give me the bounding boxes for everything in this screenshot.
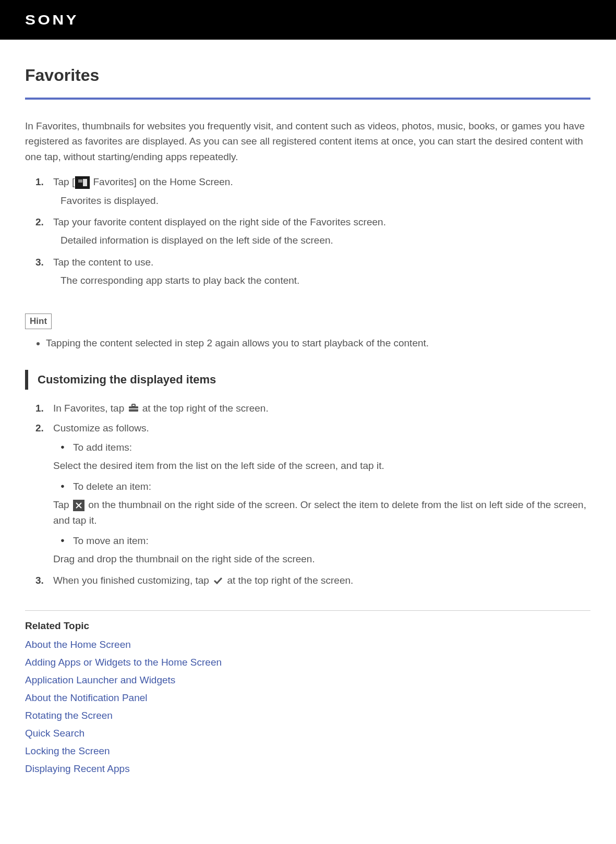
title-divider (25, 98, 590, 100)
related-link-quick-search[interactable]: Quick Search (25, 728, 590, 739)
related-link-adding-apps[interactable]: Adding Apps or Widgets to the Home Scree… (25, 657, 590, 668)
svg-rect-2 (129, 408, 138, 409)
customize-step-3: When you finished customizing, tap at th… (35, 572, 590, 589)
main-steps-list: Tap [ Favorites] on the Home Screen. Fav… (35, 174, 590, 288)
related-link-rotating-screen[interactable]: Rotating the Screen (25, 710, 590, 721)
step-2-sub: Detailed information is displayed on the… (53, 232, 590, 248)
hint-item: Tapping the content selected in step 2 a… (46, 335, 590, 351)
check-icon (213, 573, 223, 589)
favorites-icon (75, 176, 90, 189)
related-heading: Related Topic (25, 620, 590, 632)
hint-list: Tapping the content selected in step 2 a… (46, 335, 590, 351)
toolbox-icon (128, 401, 139, 417)
delete-item-label: To delete an item: (53, 479, 590, 494)
delete-detail-post: on the thumbnail on the right side of th… (53, 499, 586, 525)
header-bar: SONY (0, 0, 616, 40)
page-title: Favorites (25, 66, 590, 85)
step-2: Tap your favorite content displayed on t… (35, 214, 590, 249)
step-1: Tap [ Favorites] on the Home Screen. Fav… (35, 174, 590, 209)
x-icon (73, 500, 84, 511)
related-link-recent-apps[interactable]: Displaying Recent Apps (25, 763, 590, 775)
step-1-text-pre: Tap [ (53, 176, 75, 187)
step-1-sub: Favorites is displayed. (53, 192, 590, 209)
intro-paragraph: In Favorites, thumbnails for websites yo… (25, 118, 590, 164)
delete-detail-pre: Tap (53, 499, 72, 510)
main-content: Favorites In Favorites, thumbnails for w… (0, 40, 615, 797)
move-item-label: To move an item: (53, 533, 590, 548)
svg-rect-1 (132, 404, 135, 406)
hint-label: Hint (25, 314, 52, 329)
related-divider (25, 610, 590, 611)
related-links: About the Home Screen Adding Apps or Wid… (25, 639, 590, 775)
step-2-text: Tap your favorite content displayed on t… (53, 216, 386, 227)
related-link-locking-screen[interactable]: Locking the Screen (25, 745, 590, 757)
step-3-text: Tap the content to use. (53, 257, 153, 268)
related-link-app-launcher[interactable]: Application Launcher and Widgets (25, 674, 590, 686)
customize-bullets: To add items: Select the desired item fr… (53, 440, 590, 567)
step-1-text-post: Favorites] on the Home Screen. (90, 176, 233, 187)
related-link-home-screen[interactable]: About the Home Screen (25, 639, 590, 650)
brand-logo: SONY (25, 12, 79, 28)
customize-step-2-text: Customize as follows. (53, 423, 149, 433)
related-link-notification-panel[interactable]: About the Notification Panel (25, 692, 590, 704)
move-item-detail: Drag and drop the thumbnail on the right… (53, 551, 590, 566)
customize-steps-list: In Favorites, tap at the top right of th… (35, 400, 590, 589)
customize-step-3-post: at the top right of the screen. (224, 575, 353, 586)
step-3-sub: The corresponding app starts to play bac… (53, 272, 590, 288)
customizing-heading: Customizing the displayed items (25, 370, 590, 390)
add-items-detail: Select the desired item from the list on… (53, 458, 590, 473)
customize-step-1-post: at the top right of the screen. (140, 403, 269, 414)
customize-step-1-pre: In Favorites, tap (53, 403, 127, 414)
customize-step-1: In Favorites, tap at the top right of th… (35, 400, 590, 417)
add-items-label: To add items: (53, 440, 590, 455)
customize-step-3-pre: When you finished customizing, tap (53, 575, 212, 586)
customize-step-2: Customize as follows. To add items: Sele… (35, 420, 590, 566)
delete-item-detail: Tap on the thumbnail on the right side o… (53, 497, 590, 528)
step-3: Tap the content to use. The correspondin… (35, 254, 590, 289)
